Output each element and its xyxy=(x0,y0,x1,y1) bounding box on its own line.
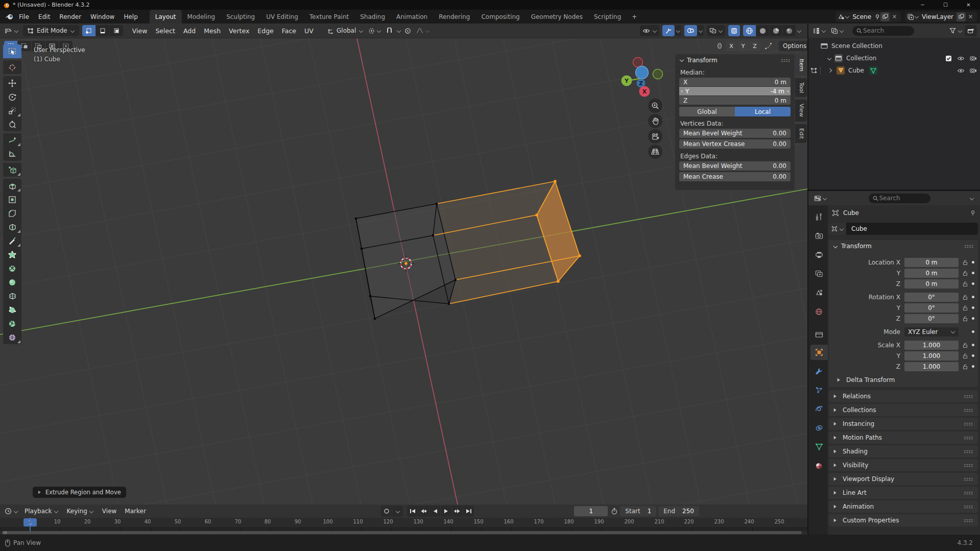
editor-type-button[interactable] xyxy=(2,25,21,36)
mirror-x-button[interactable]: X xyxy=(726,41,737,51)
tab-item[interactable]: Item xyxy=(795,55,807,76)
menu-keying[interactable]: Keying xyxy=(63,508,98,515)
tool-poly-build[interactable] xyxy=(3,248,21,261)
tab-output[interactable] xyxy=(810,247,828,262)
properties-search-input[interactable] xyxy=(878,194,926,202)
tab-tool[interactable] xyxy=(810,209,828,225)
jump-to-start-button[interactable] xyxy=(407,506,418,517)
vertex-select-mode-button[interactable] xyxy=(82,25,95,36)
options-dropdown[interactable]: Options xyxy=(779,41,807,51)
animate-dot[interactable] xyxy=(972,365,974,368)
gizmo-dropdown[interactable] xyxy=(675,25,681,36)
gizmo-plus-z[interactable] xyxy=(636,66,649,79)
proportional-falloff-dropdown[interactable] xyxy=(414,25,432,36)
pin-icon[interactable] xyxy=(970,210,976,216)
toggle-perspective-button[interactable] xyxy=(648,145,662,159)
tab-modeling[interactable]: Modeling xyxy=(182,10,221,23)
tab-animation[interactable]: Animation xyxy=(391,10,433,23)
face-select-mode-button[interactable] xyxy=(110,25,123,36)
tab-compositing[interactable]: Compositing xyxy=(475,10,525,23)
median-y-field[interactable]: ‹ Y-4 m › xyxy=(679,87,791,95)
tab-render[interactable] xyxy=(810,228,828,244)
tool-inset-faces[interactable] xyxy=(3,193,21,206)
outliner-editor-type-button[interactable] xyxy=(810,25,828,36)
tab-shading[interactable]: Shading xyxy=(354,10,391,23)
properties-search[interactable] xyxy=(869,194,930,203)
proportional-editing-toggle[interactable] xyxy=(402,25,414,36)
tool-annotate[interactable] xyxy=(3,133,21,147)
tab-sculpting[interactable]: Sculpting xyxy=(221,10,260,23)
median-z-field[interactable]: Z0 m xyxy=(679,96,791,105)
animate-dot[interactable] xyxy=(972,261,974,263)
tool-loop-cut[interactable] xyxy=(3,220,21,234)
pan-view-button[interactable] xyxy=(648,114,662,128)
viewport-canvas[interactable]: Y Z X X Y xyxy=(0,38,807,505)
tab-rendering[interactable]: Rendering xyxy=(433,10,475,23)
panel-motion-paths[interactable]: Motion Paths xyxy=(829,432,978,444)
panel-line-art[interactable]: Line Art xyxy=(829,487,978,499)
menu-face[interactable]: Face xyxy=(278,27,300,35)
animate-dot[interactable] xyxy=(972,317,974,320)
tab-tool[interactable]: Tool xyxy=(795,78,807,97)
tool-shear[interactable] xyxy=(3,317,21,330)
current-frame-field[interactable]: 1 xyxy=(574,506,608,516)
show-gizmo-toggle[interactable] xyxy=(662,25,675,36)
rotation-z-field[interactable]: 0° xyxy=(904,314,959,323)
toggle-xray-button[interactable] xyxy=(728,25,740,36)
snap-settings-dropdown[interactable] xyxy=(395,25,402,36)
panel-viewport-display[interactable]: Viewport Display xyxy=(829,473,978,485)
tab-material[interactable] xyxy=(810,458,828,473)
blender-menu-icon[interactable] xyxy=(4,13,14,20)
menu-edge[interactable]: Edge xyxy=(253,27,277,35)
menu-view[interactable]: View xyxy=(128,27,152,35)
increment-arrow[interactable]: › xyxy=(787,88,789,94)
tab-view-layer[interactable] xyxy=(810,266,828,281)
tool-bevel[interactable] xyxy=(3,206,21,220)
next-keyframe-button[interactable] xyxy=(452,506,463,517)
menu-tl-view[interactable]: View xyxy=(98,508,121,515)
panel-visibility[interactable]: Visibility xyxy=(829,459,978,471)
panel-collapse-chevron[interactable] xyxy=(679,58,684,62)
tool-move[interactable] xyxy=(3,76,21,90)
outliner-display-mode-button[interactable] xyxy=(828,25,846,36)
rotation-y-field[interactable]: 0° xyxy=(904,303,959,313)
menu-uv[interactable]: UV xyxy=(300,27,318,35)
properties-editor-type-button[interactable] xyxy=(811,193,829,204)
camera-view-button[interactable] xyxy=(648,129,662,143)
tool-rotate[interactable] xyxy=(3,90,21,104)
zoom-view-button[interactable] xyxy=(648,99,662,113)
xray-options-button[interactable] xyxy=(707,25,725,36)
panel-custom-properties[interactable]: Custom Properties xyxy=(829,514,978,526)
keying-set-dropdown[interactable] xyxy=(392,506,403,517)
animate-dot[interactable] xyxy=(972,306,974,309)
animate-dot[interactable] xyxy=(972,282,974,285)
tab-texture-paint[interactable]: Texture Paint xyxy=(304,10,354,23)
rotation-x-field[interactable]: 0° xyxy=(904,293,959,302)
menu-render[interactable]: Render xyxy=(55,10,86,23)
panel-grip[interactable] xyxy=(964,245,974,248)
end-frame-field[interactable]: End250 xyxy=(658,506,699,516)
hide-viewport-eye-icon[interactable] xyxy=(957,68,965,74)
disable-render-camera-icon[interactable] xyxy=(970,67,977,74)
shading-solid-button[interactable] xyxy=(756,25,769,36)
scale-x-field[interactable]: 1.000 xyxy=(904,341,959,350)
tab-scripting[interactable]: Scripting xyxy=(588,10,627,23)
auto-keying-toggle[interactable] xyxy=(381,506,392,517)
timeline-scrollbar[interactable] xyxy=(2,531,802,534)
panel-animation[interactable]: Animation xyxy=(829,500,978,513)
tool-spin[interactable] xyxy=(3,261,21,275)
transform-collapse-chevron[interactable] xyxy=(833,244,838,249)
panel-grip[interactable] xyxy=(781,59,791,62)
remove-viewlayer-button[interactable] xyxy=(966,12,975,21)
tool-edge-slide[interactable] xyxy=(3,289,21,303)
tab-object[interactable] xyxy=(810,345,828,360)
mean-vertex-crease-field[interactable]: Mean Vertex Crease0.00 xyxy=(679,139,791,149)
animate-dot[interactable] xyxy=(972,296,974,298)
shading-rendered-button[interactable] xyxy=(783,25,796,36)
hide-viewport-eye-icon[interactable] xyxy=(957,56,965,61)
transform-orientation-dropdown[interactable]: Global xyxy=(325,25,366,36)
rotation-mode-dropdown[interactable]: XYZ Euler xyxy=(904,327,959,337)
animate-dot[interactable] xyxy=(972,354,974,357)
maximize-button[interactable]: ☐ xyxy=(934,0,957,10)
menu-help[interactable]: Help xyxy=(119,10,142,23)
